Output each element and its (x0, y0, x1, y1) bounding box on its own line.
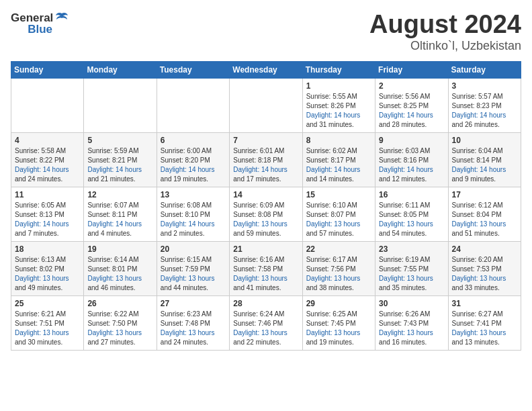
calendar-cell: 7Sunrise: 6:01 AMSunset: 8:18 PMDaylight… (230, 132, 302, 187)
day-info: Sunrise: 6:02 AMSunset: 8:17 PMDaylight:… (306, 146, 371, 184)
weekday-header-friday: Friday (375, 61, 448, 78)
calendar-cell: 26Sunrise: 6:22 AMSunset: 7:50 PMDayligh… (84, 295, 157, 350)
day-info: Sunrise: 6:01 AMSunset: 8:18 PMDaylight:… (233, 146, 298, 184)
logo: General Blue (11, 11, 69, 36)
day-info: Sunrise: 6:13 AMSunset: 8:02 PMDaylight:… (15, 255, 80, 293)
day-number: 5 (87, 136, 152, 145)
day-info: Sunrise: 6:00 AMSunset: 8:20 PMDaylight:… (161, 146, 226, 184)
day-number: 19 (87, 244, 152, 254)
day-info: Sunrise: 6:14 AMSunset: 8:01 PMDaylight:… (87, 255, 152, 293)
day-info: Sunrise: 5:57 AMSunset: 8:23 PMDaylight:… (452, 92, 517, 130)
day-info: Sunrise: 6:22 AMSunset: 7:50 PMDaylight:… (87, 310, 152, 347)
day-number: 16 (379, 190, 444, 199)
day-info: Sunrise: 5:55 AMSunset: 8:26 PMDaylight:… (306, 92, 371, 130)
calendar-cell: 2Sunrise: 5:56 AMSunset: 8:25 PMDaylight… (375, 78, 448, 132)
calendar-cell: 4Sunrise: 5:58 AMSunset: 8:22 PMDaylight… (11, 132, 84, 187)
page-header: General Blue August 2024 Oltinko`l, Uzbe… (11, 11, 521, 53)
calendar-cell: 14Sunrise: 6:09 AMSunset: 8:08 PMDayligh… (230, 187, 302, 241)
day-info: Sunrise: 5:58 AMSunset: 8:22 PMDaylight:… (15, 146, 80, 184)
day-info: Sunrise: 6:26 AMSunset: 7:43 PMDaylight:… (379, 310, 444, 347)
day-number: 25 (15, 299, 80, 308)
day-info: Sunrise: 6:15 AMSunset: 7:59 PMDaylight:… (161, 255, 226, 293)
weekday-header-saturday: Saturday (448, 61, 521, 78)
calendar-cell: 9Sunrise: 6:03 AMSunset: 8:16 PMDaylight… (375, 132, 448, 187)
subtitle: Oltinko`l, Uzbekistan (369, 39, 521, 53)
weekday-header-wednesday: Wednesday (230, 61, 302, 78)
calendar-cell: 19Sunrise: 6:14 AMSunset: 8:01 PMDayligh… (84, 241, 157, 295)
day-info: Sunrise: 6:16 AMSunset: 7:58 PMDaylight:… (233, 255, 298, 293)
day-number: 20 (161, 244, 226, 254)
day-number: 3 (452, 81, 517, 91)
day-number: 21 (233, 244, 298, 254)
day-number: 4 (15, 136, 80, 145)
day-info: Sunrise: 6:12 AMSunset: 8:04 PMDaylight:… (452, 201, 517, 238)
day-info: Sunrise: 6:20 AMSunset: 7:53 PMDaylight:… (452, 255, 517, 293)
calendar-table: SundayMondayTuesdayWednesdayThursdayFrid… (11, 61, 521, 351)
calendar-cell: 27Sunrise: 6:23 AMSunset: 7:48 PMDayligh… (157, 295, 229, 350)
calendar-week-row: 25Sunrise: 6:21 AMSunset: 7:51 PMDayligh… (11, 295, 521, 350)
calendar-cell: 1Sunrise: 5:55 AMSunset: 8:26 PMDaylight… (302, 78, 375, 132)
calendar-cell: 31Sunrise: 6:27 AMSunset: 7:41 PMDayligh… (448, 295, 521, 350)
day-info: Sunrise: 6:09 AMSunset: 8:08 PMDaylight:… (233, 201, 298, 238)
day-info: Sunrise: 6:23 AMSunset: 7:48 PMDaylight:… (161, 310, 226, 347)
day-number: 1 (306, 81, 371, 91)
calendar-cell: 20Sunrise: 6:15 AMSunset: 7:59 PMDayligh… (157, 241, 229, 295)
calendar-week-row: 4Sunrise: 5:58 AMSunset: 8:22 PMDaylight… (11, 132, 521, 187)
day-number: 26 (87, 299, 152, 308)
weekday-header-row: SundayMondayTuesdayWednesdayThursdayFrid… (11, 61, 521, 78)
day-number: 15 (306, 190, 371, 199)
day-number: 8 (306, 136, 371, 145)
day-number: 23 (379, 244, 444, 254)
day-number: 6 (161, 136, 226, 145)
day-info: Sunrise: 6:03 AMSunset: 8:16 PMDaylight:… (379, 146, 444, 184)
day-number: 12 (87, 190, 152, 199)
day-number: 17 (452, 190, 517, 199)
day-info: Sunrise: 6:10 AMSunset: 8:07 PMDaylight:… (306, 201, 371, 238)
day-number: 10 (452, 136, 517, 145)
day-info: Sunrise: 6:11 AMSunset: 8:05 PMDaylight:… (379, 201, 444, 238)
day-info: Sunrise: 6:17 AMSunset: 7:56 PMDaylight:… (306, 255, 371, 293)
calendar-cell: 25Sunrise: 6:21 AMSunset: 7:51 PMDayligh… (11, 295, 84, 350)
calendar-cell: 12Sunrise: 6:07 AMSunset: 8:11 PMDayligh… (84, 187, 157, 241)
calendar-cell: 3Sunrise: 5:57 AMSunset: 8:23 PMDaylight… (448, 78, 521, 132)
calendar-cell: 22Sunrise: 6:17 AMSunset: 7:56 PMDayligh… (302, 241, 375, 295)
day-number: 31 (452, 299, 517, 308)
calendar-cell: 13Sunrise: 6:08 AMSunset: 8:10 PMDayligh… (157, 187, 229, 241)
calendar-cell: 28Sunrise: 6:24 AMSunset: 7:46 PMDayligh… (230, 295, 302, 350)
calendar-cell: 21Sunrise: 6:16 AMSunset: 7:58 PMDayligh… (230, 241, 302, 295)
calendar-cell (157, 78, 229, 132)
day-number: 14 (233, 190, 298, 199)
logo-blue: Blue (28, 23, 52, 36)
calendar-cell: 8Sunrise: 6:02 AMSunset: 8:17 PMDaylight… (302, 132, 375, 187)
calendar-cell (84, 78, 157, 132)
title-block: August 2024 Oltinko`l, Uzbekistan (369, 11, 521, 53)
day-number: 28 (233, 299, 298, 308)
calendar-week-row: 1Sunrise: 5:55 AMSunset: 8:26 PMDaylight… (11, 78, 521, 132)
day-info: Sunrise: 6:25 AMSunset: 7:45 PMDaylight:… (306, 310, 371, 347)
weekday-header-tuesday: Tuesday (157, 61, 229, 78)
calendar-cell: 23Sunrise: 6:19 AMSunset: 7:55 PMDayligh… (375, 241, 448, 295)
calendar-cell: 30Sunrise: 6:26 AMSunset: 7:43 PMDayligh… (375, 295, 448, 350)
day-number: 29 (306, 299, 371, 308)
day-info: Sunrise: 6:19 AMSunset: 7:55 PMDaylight:… (379, 255, 444, 293)
weekday-header-thursday: Thursday (302, 61, 375, 78)
day-info: Sunrise: 6:05 AMSunset: 8:13 PMDaylight:… (15, 201, 80, 238)
day-info: Sunrise: 5:56 AMSunset: 8:25 PMDaylight:… (379, 92, 444, 130)
day-number: 11 (15, 190, 80, 199)
calendar-cell: 29Sunrise: 6:25 AMSunset: 7:45 PMDayligh… (302, 295, 375, 350)
day-number: 9 (379, 136, 444, 145)
logo-bird-icon (54, 11, 69, 26)
calendar-week-row: 18Sunrise: 6:13 AMSunset: 8:02 PMDayligh… (11, 241, 521, 295)
day-number: 2 (379, 81, 444, 91)
calendar-cell: 15Sunrise: 6:10 AMSunset: 8:07 PMDayligh… (302, 187, 375, 241)
day-number: 13 (161, 190, 226, 199)
day-info: Sunrise: 6:08 AMSunset: 8:10 PMDaylight:… (161, 201, 226, 238)
day-info: Sunrise: 6:07 AMSunset: 8:11 PMDaylight:… (87, 201, 152, 238)
day-number: 18 (15, 244, 80, 254)
weekday-header-sunday: Sunday (11, 61, 84, 78)
day-number: 22 (306, 244, 371, 254)
weekday-header-monday: Monday (84, 61, 157, 78)
day-info: Sunrise: 6:04 AMSunset: 8:14 PMDaylight:… (452, 146, 517, 184)
calendar-cell: 24Sunrise: 6:20 AMSunset: 7:53 PMDayligh… (448, 241, 521, 295)
day-info: Sunrise: 5:59 AMSunset: 8:21 PMDaylight:… (87, 146, 152, 184)
